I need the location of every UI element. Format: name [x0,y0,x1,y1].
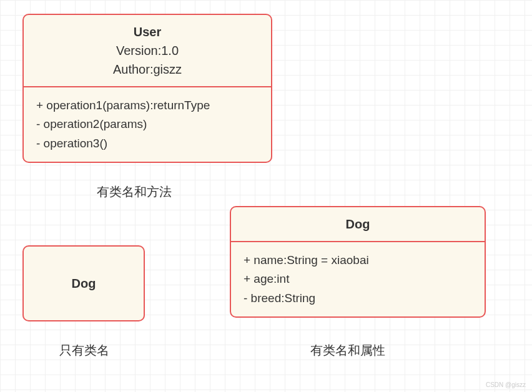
uml-class-dog-simple: Dog [22,245,145,321]
uml-class-header: Dog [231,207,485,241]
caption-dog-attrs: 有类名和属性 [310,342,385,359]
uml-class-body: + operation1(params):returnType - operat… [24,87,271,162]
uml-operation: + operation1(params):returnType [36,96,259,115]
uml-attribute: + age:int [244,270,472,288]
caption-user: 有类名和方法 [97,184,172,200]
watermark: CSDN @giszz [486,381,526,388]
caption-dog-simple: 只有类名 [59,342,109,359]
uml-attribute: + name:String = xiaobai [244,251,472,270]
uml-class-header: User Version:1.0 Author:giszz [24,15,271,86]
class-meta-author: Author:giszz [34,60,261,79]
uml-operation: - operation2(params) [36,115,259,134]
uml-operation: - operation3() [36,134,259,153]
uml-class-dog-attrs: Dog + name:String = xiaobai + age:int - … [230,206,486,318]
class-name: User [34,22,261,41]
uml-attribute: - breed:String [244,289,472,308]
uml-class-body: + name:String = xiaobai + age:int - bree… [231,242,485,316]
class-name: Dog [72,274,96,293]
class-meta-version: Version:1.0 [34,41,261,60]
class-name: Dog [241,215,475,233]
uml-class-user: User Version:1.0 Author:giszz + operatio… [22,14,272,163]
